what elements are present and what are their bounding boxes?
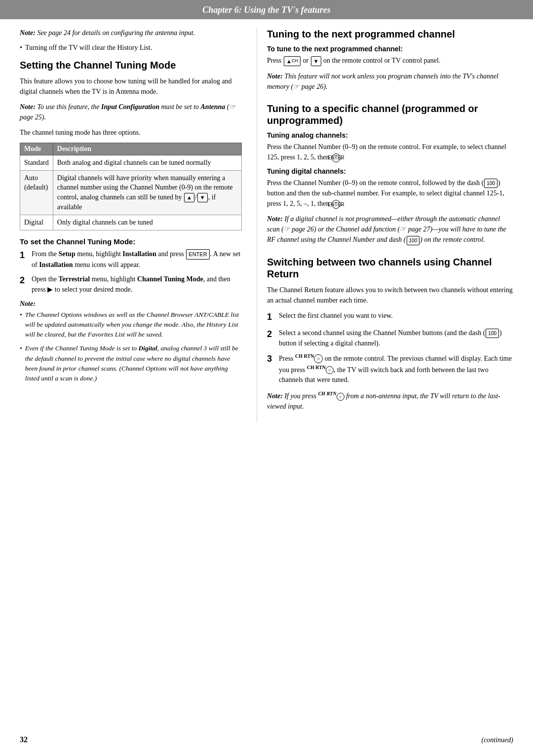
note-bullet-2: • Even if the Channel Tuning Mode is set… bbox=[20, 343, 242, 383]
chapter-title: Chapter 6: Using the TV's features bbox=[202, 5, 331, 15]
page-number: 32 bbox=[20, 735, 28, 744]
sub2-heading: To tune to the next programmed channel: bbox=[267, 45, 513, 53]
note2-label: Note: bbox=[20, 300, 36, 307]
ch-rtn-icon2: ○ bbox=[326, 366, 334, 374]
enter-key-icon2: ENTER bbox=[332, 153, 341, 162]
right-column: Tuning to the next programmed channel To… bbox=[257, 28, 513, 422]
note4: Note: If a digital channel is not progra… bbox=[267, 214, 513, 245]
sub1-heading: To set the Channel Tuning Mode: bbox=[20, 237, 242, 246]
enter-key-icon3: ENTER bbox=[332, 200, 341, 209]
step2-3: 3 Press CH RTN○ on the remote control. T… bbox=[267, 352, 513, 385]
note3: Note: This feature will not work unless … bbox=[267, 71, 513, 92]
sub3-body: Press the Channel Number (0–9) on the re… bbox=[267, 142, 513, 162]
note1: Note: To use this feature, the Input Con… bbox=[20, 102, 242, 122]
bullet-turning-off: • Turning off the TV will clear the Hist… bbox=[20, 43, 242, 53]
note2-section: Note: • The Channel Options windows as w… bbox=[20, 300, 242, 384]
sub3-heading: Tuning analog channels: bbox=[267, 131, 513, 139]
section3-title: Tuning to a specific channel (programmed… bbox=[267, 103, 513, 126]
section3: Tuning to a specific channel (programmed… bbox=[267, 103, 513, 245]
note-bullet-1: • The Channel Options windows as well as… bbox=[20, 310, 242, 340]
chapter-header: Chapter 6: Using the TV's features bbox=[0, 0, 533, 19]
ch-down-key: ▼ bbox=[311, 56, 321, 67]
step2-1: 1 Select the first channel you want to v… bbox=[267, 310, 513, 324]
section2-title: Tuning to the next programmed channel bbox=[267, 28, 513, 40]
sub4-body: Press the Channel Number (0–9) on the re… bbox=[267, 178, 513, 209]
dash-key2: 100 bbox=[407, 236, 420, 245]
page-footer: 32 (continued) bbox=[0, 735, 533, 744]
steps2-list: 1 Select the first channel you want to v… bbox=[267, 310, 513, 385]
table-row: Standard Both analog and digital channel… bbox=[20, 155, 242, 171]
continued-label: (continued) bbox=[481, 736, 513, 744]
ch-up-icon: ▲ bbox=[184, 193, 194, 202]
ch-rtn-icon3: ○ bbox=[337, 393, 344, 401]
dash-key3: 100 bbox=[486, 329, 499, 338]
enter-key-icon: ENTER bbox=[186, 249, 209, 260]
section4: Switching between two channels using Cha… bbox=[267, 256, 513, 412]
step2-2: 2 Select a second channel using the Chan… bbox=[267, 328, 513, 348]
dash-key: 100 bbox=[484, 179, 497, 188]
section1-body: This feature allows you to choose how tu… bbox=[20, 76, 242, 97]
left-column: Note: See page 24 for details on configu… bbox=[20, 28, 257, 422]
table-intro: The channel tuning mode has three option… bbox=[20, 127, 242, 138]
sub4-heading: Tuning digital channels: bbox=[267, 167, 513, 175]
table-row: Auto(default) Digital channels will have… bbox=[20, 170, 242, 215]
section1-title: Setting the Channel Tuning Mode bbox=[20, 59, 242, 71]
sub2-body: Press ▲CH or ▼ on the remote control or … bbox=[267, 55, 513, 66]
top-note: Note: See page 24 for details on configu… bbox=[20, 28, 242, 38]
table-row: Digital Only digital channels can be tun… bbox=[20, 215, 242, 230]
mode-table: Mode Description Standard Both analog an… bbox=[20, 143, 242, 230]
ch-rtn-icon: ○ bbox=[314, 354, 323, 363]
section2: Tuning to the next programmed channel To… bbox=[267, 28, 513, 92]
section4-body: The Channel Return feature allows you to… bbox=[267, 285, 513, 305]
ch-up-key: ▲CH bbox=[284, 56, 301, 67]
step-2: 2 Open the Terrestrial menu, highlight C… bbox=[20, 274, 242, 295]
section4-title: Switching between two channels using Cha… bbox=[267, 256, 513, 280]
step-1: 1 From the Setup menu, highlight Install… bbox=[20, 249, 242, 270]
note5: Note: If you press CH RTN○ from a non-an… bbox=[267, 390, 513, 412]
col-mode: Mode bbox=[20, 143, 53, 155]
steps-list: 1 From the Setup menu, highlight Install… bbox=[20, 249, 242, 295]
col-description: Description bbox=[53, 143, 241, 155]
ch-down-icon: ▼ bbox=[197, 193, 208, 202]
note2-bullets: • The Channel Options windows as well as… bbox=[20, 310, 242, 384]
